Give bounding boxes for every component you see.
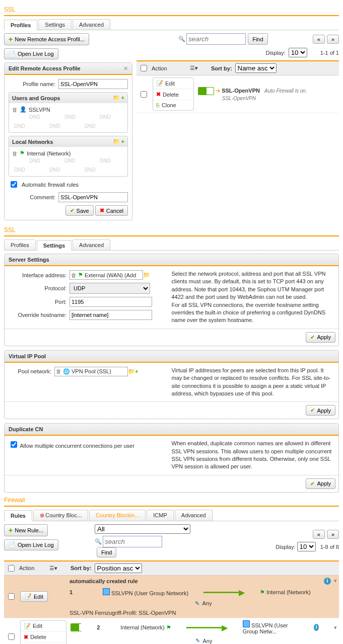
info-icon[interactable]: i <box>324 578 331 585</box>
rule-svc: Any <box>203 638 213 644</box>
ug-item[interactable]: SSLVPN <box>29 107 50 113</box>
net-icon <box>103 588 110 595</box>
comment-label: Comment: <box>9 194 55 200</box>
open-log-button[interactable]: 📄Open Live Log <box>4 539 58 550</box>
trash-icon[interactable]: 🗑 <box>12 107 18 113</box>
new-profile-button[interactable]: +New Remote Access Profil... <box>4 33 89 45</box>
add-icon[interactable]: + <box>135 368 138 374</box>
tab-profiles[interactable]: Profiles <box>4 20 37 30</box>
chevron-down-icon[interactable]: ▾ <box>334 624 337 631</box>
edit-action[interactable]: 📝Edit <box>20 591 48 602</box>
sort-select[interactable]: Position asc <box>95 564 142 573</box>
sort-select[interactable]: Name asc <box>235 63 277 73</box>
tab-icmp[interactable]: ICMP <box>147 510 174 521</box>
find-button[interactable]: Find <box>248 33 267 45</box>
toggle[interactable] <box>71 623 82 631</box>
edit-icon: 📝 <box>156 80 163 87</box>
rule-dst: SSLVPN (User Group Netw... <box>243 622 288 634</box>
tab-settings2[interactable]: Settings <box>37 240 72 251</box>
search-icon: 🔍 <box>178 36 185 42</box>
folder-icon[interactable]: 📁 <box>143 272 150 278</box>
profile-name-label: Profile name: <box>9 81 55 87</box>
trash-icon[interactable]: 🗑 <box>56 368 61 374</box>
new-rule-button[interactable]: +New Rule... <box>4 524 48 536</box>
delete-action[interactable]: ✖Delete <box>153 89 193 100</box>
clone-action[interactable]: ⎘Clone <box>153 100 193 110</box>
trash-icon[interactable]: 🗑 <box>71 272 77 278</box>
edit-action[interactable]: 📝Edit <box>21 621 66 632</box>
toggle[interactable] <box>198 87 214 95</box>
close-icon[interactable]: ✕ <box>123 65 128 72</box>
tab-advanced2[interactable]: Advanced <box>73 239 110 250</box>
filter-select[interactable]: All <box>95 524 190 534</box>
port-label: Port: <box>9 299 66 305</box>
display-select[interactable]: 10 <box>289 48 307 57</box>
row-checkbox[interactable] <box>8 593 15 600</box>
folder-icon[interactable]: 📁 <box>113 138 120 144</box>
edit-icon: 📝 <box>25 593 32 600</box>
apply-button[interactable]: ✔Apply <box>306 332 335 343</box>
pool-value[interactable]: VPN Pool (SSL) <box>72 368 111 374</box>
auto-fw-checkbox[interactable] <box>11 181 17 188</box>
edit-action[interactable]: 📝Edit <box>153 78 193 89</box>
trash-icon[interactable]: 🗑 <box>12 150 18 156</box>
sort-label: Sort by: <box>211 65 232 71</box>
oh-field[interactable] <box>70 310 152 320</box>
proto-select[interactable]: UDP <box>70 283 150 294</box>
select-all[interactable] <box>141 65 147 71</box>
count: 1-1 of 1 <box>320 50 339 56</box>
oh-label: Override hostname: <box>9 312 66 318</box>
next-page[interactable]: » <box>327 35 339 44</box>
action-menu-icon[interactable]: ☰▾ <box>49 565 57 572</box>
row-checkbox[interactable] <box>8 633 15 640</box>
action-col: Action <box>19 565 46 571</box>
apply-button[interactable]: ✔Apply <box>306 405 335 416</box>
rule-src: SSLVPN (User Group Network) <box>111 590 188 596</box>
tab-profiles2[interactable]: Profiles <box>4 239 36 250</box>
profile-name-field[interactable] <box>58 79 128 89</box>
iface-value[interactable]: External (WAN) (Add <box>85 272 136 278</box>
prev-page[interactable]: « <box>313 35 325 44</box>
tab-adv[interactable]: Advanced <box>175 510 213 521</box>
action-menu-icon[interactable]: ☰▾ <box>190 65 198 71</box>
pool-label: Pool network: <box>9 368 51 374</box>
add-icon[interactable]: + <box>121 95 124 101</box>
open-log-button[interactable]: 📄Open Live Log <box>4 48 58 59</box>
arrow-icon: ━━━━━━━▶ <box>203 588 245 597</box>
save-button[interactable]: ✔Save <box>65 205 94 216</box>
display-select[interactable]: 10 <box>297 542 316 551</box>
find-button[interactable]: Find <box>97 547 116 557</box>
comment-field[interactable] <box>58 192 128 202</box>
add-icon[interactable]: + <box>121 138 124 144</box>
tab-cb2[interactable]: Country Blockin... <box>89 510 146 521</box>
delete-action[interactable]: ✖Delete <box>21 632 66 643</box>
server-settings-panel: Server Settings Interface address: 🗑⚑Ext… <box>4 254 339 346</box>
dup-checkbox[interactable] <box>11 441 17 448</box>
flag-icon: ⚑ <box>166 624 171 630</box>
vip-panel: Virtual IP Pool Pool network: 🗑🌐VPN Pool… <box>4 350 339 420</box>
search-input[interactable] <box>103 536 162 547</box>
tab-advanced[interactable]: Advanced <box>73 19 110 30</box>
tab-settings[interactable]: Settings <box>38 19 72 30</box>
select-all[interactable] <box>8 565 15 572</box>
tab-cb1[interactable]: ⊗Country Bloc... <box>33 510 88 521</box>
prev-page[interactable]: « <box>313 530 325 539</box>
tab-rules[interactable]: Rules <box>4 510 32 521</box>
apply-button[interactable]: ✔Apply <box>306 478 335 489</box>
search-input[interactable] <box>186 33 246 45</box>
info-icon[interactable]: i <box>314 624 319 631</box>
row-checkbox[interactable] <box>141 91 147 98</box>
folder-icon[interactable]: 📁 <box>113 95 120 101</box>
next-page[interactable]: » <box>327 530 339 539</box>
dup-help: When enabled, duplicate common names are… <box>172 440 335 471</box>
rule-dst: Internal (Network) <box>266 589 310 595</box>
port-field[interactable] <box>70 297 152 307</box>
cancel-button[interactable]: ✖Cancel <box>95 205 128 216</box>
cross-icon: ✖ <box>100 207 104 214</box>
row-menu: 📝Edit ✖Delete ⎘Clone <box>20 620 66 644</box>
ln-item[interactable]: Internal (Network) <box>27 150 71 156</box>
chevron-down-icon[interactable]: ▾ <box>334 578 337 584</box>
folder-icon[interactable]: 📁 <box>128 368 135 375</box>
sort-label: Sort by: <box>71 565 92 571</box>
profile-name[interactable]: SSL-OpenVPN <box>222 88 260 94</box>
